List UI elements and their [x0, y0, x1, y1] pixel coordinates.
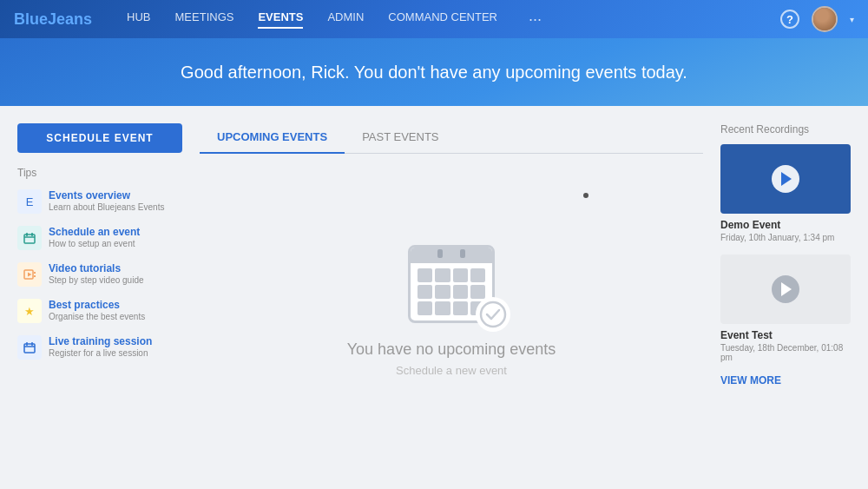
recording-thumbnail-1[interactable]	[720, 144, 851, 214]
tip-text: Events overview Learn about Bluejeans Ev…	[49, 189, 164, 212]
list-item: Schedule an event How to setup an event	[17, 226, 182, 250]
center-content: UPCOMING EVENTS PAST EVENTS	[200, 123, 703, 489]
nav-command-center[interactable]: COMMAND CENTER	[388, 10, 497, 29]
svg-point-12	[481, 302, 505, 327]
list-item: Live training session Register for a liv…	[17, 335, 182, 360]
navigation: BlueJeans HUB MEETINGS EVENTS ADMIN COMM…	[0, 0, 868, 38]
tip-title-best[interactable]: Best practices	[49, 299, 145, 311]
avatar[interactable]	[812, 6, 838, 32]
empty-state: You have no upcoming events Schedule a n…	[200, 154, 703, 485]
recording-title-1: Demo Event	[720, 219, 851, 231]
recent-recordings-label: Recent Recordings	[720, 123, 851, 135]
play-triangle-icon	[781, 172, 792, 186]
tip-desc-video: Step by step video guide	[49, 275, 144, 285]
recording-thumbnail-2[interactable]	[720, 254, 851, 324]
list-item: ★ Best practices Organise the best event…	[17, 299, 182, 323]
tip-desc-schedule: How to setup an event	[49, 239, 140, 248]
play-button-1[interactable]	[772, 165, 799, 193]
svg-rect-1	[26, 233, 28, 236]
best-practices-icon: ★	[17, 299, 42, 323]
events-overview-icon: E	[17, 189, 42, 214]
tip-title-live[interactable]: Live training session	[49, 335, 152, 347]
tip-desc-live: Register for a live session	[49, 348, 152, 358]
live-training-icon	[17, 335, 42, 360]
no-events-subtitle: Schedule a new event	[396, 364, 507, 377]
logo-blue: Blue	[14, 10, 48, 28]
svg-rect-7	[34, 275, 36, 277]
svg-rect-8	[24, 344, 35, 353]
nav-hub[interactable]: HUB	[127, 10, 150, 29]
nav-admin[interactable]: ADMIN	[327, 10, 364, 29]
avatar-image	[813, 8, 836, 30]
tip-title-events-overview[interactable]: Events overview	[49, 189, 164, 202]
calendar-nub-right	[460, 249, 465, 258]
tips-label: Tips	[17, 167, 182, 179]
hero-message: Good afternoon, Rick. You don't have any…	[181, 63, 687, 83]
tip-title-video[interactable]: Video tutorials	[49, 262, 144, 274]
tip-text: Schedule an event How to setup an event	[49, 226, 140, 248]
tip-text: Best practices Organise the best events	[49, 299, 145, 321]
right-sidebar: Recent Recordings Demo Event Friday, 10t…	[720, 123, 851, 489]
list-item: Video tutorials Step by step video guide	[17, 262, 182, 287]
nav-meetings[interactable]: MEETINGS	[175, 10, 234, 29]
view-more-button[interactable]: VIEW MORE	[720, 374, 851, 387]
play-triangle-icon	[781, 282, 792, 296]
schedule-event-button[interactable]: SCHEDULE EVENT	[17, 123, 182, 153]
recording-date-2: Tuesday, 18th December, 01:08 pm	[720, 343, 851, 362]
svg-rect-6	[34, 272, 36, 274]
play-button-2[interactable]	[772, 275, 799, 303]
svg-rect-2	[31, 233, 33, 236]
tip-text: Video tutorials Step by step video guide	[49, 262, 144, 285]
main-content: SCHEDULE EVENT Tips E Events overview Le…	[0, 106, 868, 489]
hero-banner: Good afternoon, Rick. You don't have any…	[0, 38, 868, 106]
schedule-event-icon	[17, 226, 42, 250]
nav-more-icon[interactable]: ···	[529, 10, 542, 29]
recording-card-1: Demo Event Friday, 10th January, 1:34 pm	[720, 144, 851, 242]
calendar-icon	[408, 245, 495, 323]
tip-text: Live training session Register for a liv…	[49, 335, 152, 358]
tab-past-events[interactable]: PAST EVENTS	[345, 123, 456, 154]
svg-marker-5	[28, 273, 32, 277]
recording-title-2: Event Test	[720, 329, 851, 341]
recording-card-2: Event Test Tuesday, 18th December, 01:08…	[720, 254, 851, 362]
avatar-chevron-icon[interactable]: ▾	[850, 15, 854, 24]
logo-white: Jeans	[48, 10, 92, 28]
svg-rect-0	[24, 235, 35, 243]
nav-links: HUB MEETINGS EVENTS ADMIN COMMAND CENTER…	[127, 10, 780, 29]
nav-right: ? ▾	[780, 6, 854, 32]
tip-title-schedule[interactable]: Schedule an event	[49, 226, 140, 238]
list-item: E Events overview Learn about Bluejeans …	[17, 189, 182, 214]
recording-date-1: Friday, 10th January, 1:34 pm	[720, 233, 851, 242]
video-tutorials-icon	[17, 262, 42, 287]
help-button[interactable]: ?	[780, 10, 799, 29]
no-events-title: You have no upcoming events	[347, 340, 556, 359]
tip-desc-events-overview: Learn about Bluejeans Events	[49, 202, 164, 212]
calendar-nub-left	[437, 249, 443, 258]
tab-bar: UPCOMING EVENTS PAST EVENTS	[200, 123, 703, 154]
nav-events[interactable]: EVENTS	[258, 10, 303, 29]
tip-desc-best: Organise the best events	[49, 312, 145, 321]
logo[interactable]: BlueJeans	[14, 10, 92, 29]
check-icon	[476, 297, 510, 332]
tab-upcoming-events[interactable]: UPCOMING EVENTS	[200, 123, 345, 154]
left-sidebar: SCHEDULE EVENT Tips E Events overview Le…	[17, 123, 182, 489]
